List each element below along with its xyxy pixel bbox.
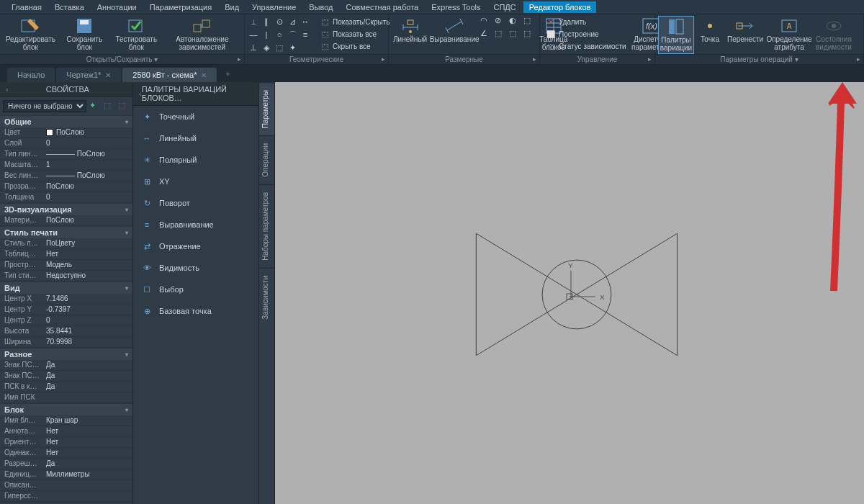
property-row[interactable]: Высота35.8441 (0, 326, 132, 337)
tab-drawing1[interactable]: Чертеж1*✕ (56, 68, 121, 82)
property-row[interactable]: Разреш…Да (0, 459, 132, 469)
save-block-button[interactable]: Сохранить блок (60, 16, 109, 53)
constraint-icon[interactable]: ✦ (287, 42, 298, 53)
dim-icon[interactable]: ⬚ (509, 29, 522, 40)
pickadd-icon[interactable]: ⬚ (104, 101, 115, 112)
align-dim-button[interactable]: Выравнивание (430, 16, 479, 45)
palette-item[interactable]: ⊞XY (133, 171, 258, 192)
dim-icon[interactable]: ⊘ (495, 16, 508, 27)
menu-item[interactable]: Аннотации (91, 1, 143, 13)
tab-start[interactable]: Начало (7, 68, 55, 82)
property-row[interactable]: Знак ПС…Да (0, 360, 132, 371)
palette-item[interactable]: ⇄Отражение (133, 235, 258, 257)
vtab-operations[interactable]: Операции (259, 135, 274, 184)
property-row[interactable]: ПСК в к…Да (0, 382, 132, 392)
property-row[interactable]: Ориент…Нет (0, 437, 132, 448)
quickselect-icon[interactable]: ✦ (89, 101, 101, 112)
constraint-icon[interactable]: ⬚ (274, 42, 285, 53)
linear-dim-button[interactable]: Линейный (392, 16, 428, 45)
property-row[interactable]: Вес лин…———— ПоСлою (0, 171, 132, 181)
palette-item[interactable]: ☐Выбор (133, 279, 258, 300)
constraint-icon[interactable]: ○ (274, 29, 285, 40)
property-row[interactable]: Таблиц…Нет (0, 249, 132, 260)
hide-all-button[interactable]: ⬚Скрыть все (317, 40, 392, 52)
palette-item[interactable]: 👁Видимость (133, 257, 258, 279)
constraint-icon[interactable]: ≡ (300, 29, 311, 40)
property-section-header[interactable]: Блок▾ (0, 403, 132, 415)
palette-item[interactable]: ⊕Базовая точка (133, 300, 258, 322)
menu-item[interactable]: Вывод (303, 1, 338, 13)
tab-add[interactable]: ＋ (218, 66, 238, 82)
property-row[interactable]: Описан… (0, 480, 132, 491)
menu-item[interactable]: Главная (6, 1, 48, 13)
property-section-header[interactable]: 3D-визуализация▾ (0, 203, 132, 215)
vtab-param-sets[interactable]: Наборы параметров (259, 184, 274, 268)
constraint-icon[interactable]: ⊥ (248, 42, 259, 53)
close-icon[interactable]: ✕ (105, 71, 111, 79)
menu-item[interactable]: Управление (246, 1, 302, 13)
property-row[interactable]: Матери…ПоСлою (0, 215, 132, 226)
palette-item[interactable]: ↻Поворот (133, 192, 258, 214)
test-block-button[interactable]: Тестировать блок (111, 16, 162, 53)
property-row[interactable]: Имя ПСК (0, 392, 132, 403)
vtab-parameters[interactable]: Параметры (259, 82, 274, 135)
constraint-icon[interactable]: ◈ (261, 42, 272, 53)
property-section-header[interactable]: Стиль печати▾ (0, 226, 132, 238)
show-hide-button[interactable]: ⬚Показать/Скрыть (317, 16, 392, 27)
group-label[interactable]: Открыть/Сохранить ▾▸ (0, 54, 244, 64)
auto-constrain-button[interactable]: Автоналожение зависимостей (163, 16, 241, 53)
menu-item[interactable]: СПДС (487, 1, 521, 13)
constraint-icon[interactable]: — (248, 29, 259, 40)
property-row[interactable]: Знак ПС…Да (0, 371, 132, 382)
dim-icon[interactable]: ⬚ (523, 16, 536, 27)
property-row[interactable]: ЦветПоСлою (0, 127, 132, 138)
menu-item[interactable]: Параметризация (144, 1, 217, 13)
move-button[interactable]: Перенести (726, 16, 765, 45)
point-button[interactable]: Точка (696, 16, 724, 45)
property-row[interactable]: Толщина0 (0, 192, 132, 203)
palette-item[interactable]: ✦Точечный (133, 106, 258, 127)
property-row[interactable]: Ширина70.9998 (0, 337, 132, 348)
property-row[interactable]: Имя бл…Кран шар (0, 415, 132, 426)
delete-button[interactable]: ✕Удалить (543, 16, 629, 27)
constraint-icon[interactable]: ⟂ (248, 16, 259, 27)
property-row[interactable]: Тип сти…Недоступно (0, 271, 132, 282)
selection-dropdown[interactable]: Ничего не выбрано (3, 100, 86, 112)
dim-icon[interactable]: ⬚ (523, 29, 536, 40)
constraint-icon[interactable]: ↔ (300, 16, 311, 27)
constraint-icon[interactable]: | (261, 29, 272, 40)
constraint-icon[interactable]: ∥ (261, 16, 272, 27)
constraint-icon[interactable]: ⊙ (274, 16, 285, 27)
palette-item[interactable]: ✳Полярный (133, 149, 258, 171)
property-row[interactable]: Аннота…Нет (0, 426, 132, 437)
property-row[interactable]: Одинак…Нет (0, 448, 132, 459)
property-row[interactable]: Слой0 (0, 138, 132, 149)
menu-item-block-editor[interactable]: Редактор блоков (523, 1, 597, 13)
property-row[interactable]: Гиперсс… (0, 491, 132, 502)
constraint-status-button[interactable]: ⬚Статус зависимости (543, 40, 629, 52)
palette-item[interactable]: ≡Выравнивание (133, 214, 258, 235)
tab-scheme[interactable]: 2580 кВт - схема*✕ (122, 68, 217, 82)
property-row[interactable]: Единиц…Миллиметры (0, 469, 132, 480)
property-row[interactable]: Центр Z0 (0, 315, 132, 326)
dim-icon[interactable]: ⬚ (495, 29, 508, 40)
property-section-header[interactable]: Вид▾ (0, 282, 132, 294)
attribute-def-button[interactable]: A Определение атрибута (766, 16, 812, 53)
property-row[interactable]: Прозра…ПоСлою (0, 181, 132, 192)
property-row[interactable]: Центр X7.1486 (0, 294, 132, 305)
property-row[interactable]: Простр…Модель (0, 260, 132, 271)
drawing-canvas[interactable]: X Y (275, 82, 864, 504)
property-row[interactable]: Масшта…1 (0, 160, 132, 171)
menu-item[interactable]: Express Tools (426, 1, 486, 13)
construction-button[interactable]: ⬜Построение (543, 28, 629, 40)
visibility-states-button[interactable]: Состояния видимости (814, 16, 854, 53)
dim-icon[interactable]: ◠ (480, 16, 493, 27)
constraint-icon[interactable]: ⌒ (287, 29, 298, 40)
select-objects-icon[interactable]: ⬚ (118, 101, 130, 112)
property-row[interactable]: Стиль п…ПоЦвету (0, 238, 132, 249)
close-icon[interactable]: ‹ (6, 85, 9, 94)
show-all-button[interactable]: ⬚Показать все (317, 28, 392, 40)
menu-item[interactable]: Вид (219, 1, 245, 13)
palette-item[interactable]: ↔Линейный (133, 127, 258, 149)
variation-palettes-button[interactable]: Палитры вариации (658, 16, 694, 54)
